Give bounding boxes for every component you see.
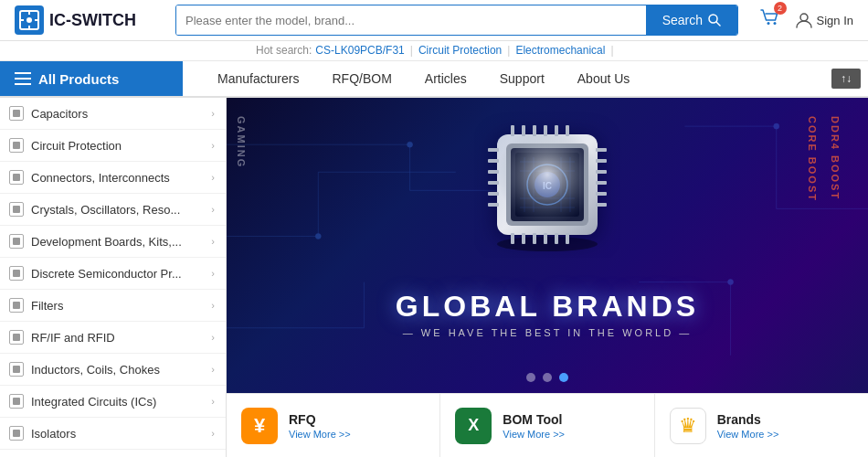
banner-text-area: GLOBAL BRANDS — WE HAVE THE BEST IN THE …	[396, 290, 699, 338]
sidebar-item-capacitors[interactable]: Capacitors ›	[0, 98, 226, 130]
sidebar-label-ics: Integrated Circuits (ICs)	[31, 395, 204, 409]
rfq-info: RFQ View More >>	[289, 412, 351, 440]
svg-point-10	[773, 22, 776, 25]
chevron-right-icon-3: ›	[211, 204, 215, 215]
search-icon	[708, 14, 721, 27]
banner-side-text-gaming: GAMING	[236, 116, 247, 168]
rfq-card[interactable]: ¥ RFQ View More >>	[227, 394, 440, 457]
sidebar-view-more[interactable]: View More >>	[0, 450, 226, 457]
hot-search-bar: Hot search: CS-LK09PCB/F31 | Circuit Pro…	[0, 41, 868, 61]
banner-chip-image: IC	[474, 112, 620, 258]
banner-side-text-ddr4: DDR4 BOOST	[830, 116, 841, 200]
scroll-icon: ↑↓	[841, 72, 852, 85]
nav-manufacturers[interactable]: Manufacturers	[201, 61, 315, 96]
connectors-icon	[9, 170, 24, 185]
banner-dot-0[interactable]	[526, 373, 535, 382]
brands-card[interactable]: ♛ Brands View More >>	[655, 394, 868, 457]
sidebar-item-isolators[interactable]: Isolators ›	[0, 418, 226, 450]
rfq-link[interactable]: View More >>	[289, 429, 351, 440]
main-layout: Capacitors › Circuit Protection › Connec…	[0, 98, 868, 457]
sep-1: |	[507, 44, 510, 57]
bom-info: BOM Tool View More >>	[503, 412, 565, 440]
cart-button[interactable]: 2	[758, 6, 782, 34]
svg-point-39	[408, 142, 413, 147]
hot-search-link-0[interactable]: CS-LK09PCB/F31	[315, 44, 404, 57]
nav-articles[interactable]: Articles	[408, 61, 483, 96]
sidebar-label-isolators: Isolators	[31, 427, 204, 441]
search-input[interactable]	[176, 5, 646, 35]
sep-0: |	[410, 44, 413, 57]
banner-dot-2[interactable]	[559, 373, 568, 382]
banner-dot-1[interactable]	[543, 373, 552, 382]
svg-point-9	[767, 22, 769, 25]
chevron-right-icon-4: ›	[211, 236, 215, 247]
svg-point-40	[315, 233, 321, 239]
chevron-right-icon-6: ›	[211, 300, 215, 311]
sidebar-item-circuit-protection[interactable]: Circuit Protection ›	[0, 130, 226, 162]
all-products-label: All Products	[38, 71, 119, 87]
bottom-cards: ¥ RFQ View More >> X BOM Tool View More …	[227, 393, 868, 457]
menu-icon	[15, 72, 31, 85]
sidebar-item-filters[interactable]: Filters ›	[0, 290, 226, 322]
sidebar-item-crystals[interactable]: Crystals, Oscillators, Reso... ›	[0, 194, 226, 226]
banner-side-text-core: CORE BOOST	[807, 116, 818, 202]
sidebar-item-rfid[interactable]: RF/IF and RFID ›	[0, 322, 226, 354]
sidebar-label-crystals: Crystals, Oscillators, Reso...	[31, 203, 204, 217]
svg-rect-18	[13, 206, 20, 213]
sidebar-label-rfid: RF/IF and RFID	[31, 331, 204, 345]
chevron-right-icon-9: ›	[211, 396, 215, 407]
chevron-right-icon-1: ›	[211, 140, 215, 151]
bom-card[interactable]: X BOM Tool View More >>	[440, 394, 654, 457]
inductors-icon	[9, 362, 24, 377]
chevron-right-icon-0: ›	[211, 108, 215, 119]
rfq-icon: ¥	[241, 408, 278, 444]
rfq-title: RFQ	[289, 412, 351, 427]
header: IC-SWITCH Search 2 Sign In	[0, 0, 868, 41]
svg-rect-19	[13, 238, 20, 245]
sidebar: Capacitors › Circuit Protection › Connec…	[0, 98, 227, 457]
chevron-right-icon-2: ›	[211, 172, 215, 183]
svg-line-8	[716, 22, 720, 26]
search-label: Search	[662, 13, 703, 27]
banner-subtitle: — WE HAVE THE BEST IN THE WORLD —	[396, 327, 699, 338]
hot-search-link-2[interactable]: Electromechanical	[515, 44, 605, 57]
ics-icon	[9, 394, 24, 409]
svg-point-42	[728, 280, 734, 285]
navbar: All Products Manufacturers RFQ/BOM Artic…	[0, 61, 868, 98]
chevron-right-icon-10: ›	[211, 428, 215, 439]
user-icon	[795, 11, 813, 29]
all-products-button[interactable]: All Products	[0, 61, 183, 96]
svg-rect-17	[13, 174, 20, 181]
header-icons: 2 Sign In	[753, 6, 853, 34]
sidebar-item-inductors[interactable]: Inductors, Coils, Chokes ›	[0, 354, 226, 386]
hot-search-link-1[interactable]: Circuit Protection	[418, 44, 502, 57]
nav-about-us[interactable]: About Us	[561, 61, 647, 96]
sidebar-item-connectors[interactable]: Connectors, Interconnects ›	[0, 162, 226, 194]
sep-2: |	[610, 44, 613, 57]
sidebar-item-discrete-semiconductor[interactable]: Discrete Semiconductor Pr... ›	[0, 258, 226, 290]
brands-link[interactable]: View More >>	[717, 429, 779, 440]
sidebar-label-inductors: Inductors, Coils, Chokes	[31, 363, 204, 377]
svg-rect-83	[497, 134, 598, 235]
banner: IC	[227, 98, 868, 393]
bom-link[interactable]: View More >>	[503, 429, 565, 440]
svg-rect-25	[13, 430, 20, 437]
chevron-right-icon-5: ›	[211, 268, 215, 279]
nav-links: Manufacturers RFQ/BOM Articles Support A…	[183, 61, 831, 96]
svg-rect-20	[13, 270, 20, 277]
sidebar-item-ics[interactable]: Integrated Circuits (ICs) ›	[0, 386, 226, 418]
logo-icon	[15, 5, 44, 35]
sidebar-item-development-boards[interactable]: Development Boards, Kits,... ›	[0, 226, 226, 258]
brands-info: Brands View More >>	[717, 412, 779, 440]
filters-icon	[9, 298, 24, 313]
scroll-button[interactable]: ↑↓	[831, 69, 861, 89]
nav-rfqbom[interactable]: RFQ/BOM	[315, 61, 408, 96]
nav-support[interactable]: Support	[483, 61, 561, 96]
chevron-right-icon-8: ›	[211, 364, 215, 375]
crystals-icon	[9, 202, 24, 217]
svg-point-11	[800, 14, 808, 21]
search-button[interactable]: Search	[646, 5, 737, 35]
sign-in-button[interactable]: Sign In	[795, 11, 853, 29]
sidebar-label-connectors: Connectors, Interconnects	[31, 171, 204, 185]
rfid-icon	[9, 330, 24, 345]
